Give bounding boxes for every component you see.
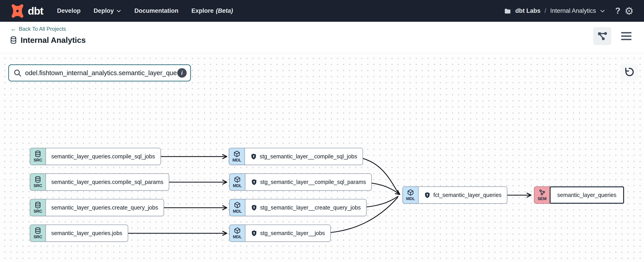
cube-icon <box>234 227 241 234</box>
node-label: stg_semantic_layer__jobs <box>260 230 325 236</box>
beta-tag: (Beta) <box>216 8 233 14</box>
reset-view-button[interactable] <box>620 64 638 80</box>
chevron-down-icon <box>600 8 606 14</box>
node-label: fct_semantic_layer_queries <box>433 192 502 198</box>
cube-icon <box>234 176 241 183</box>
node-label: stg_semantic_layer__create_query_jobs <box>260 204 361 211</box>
node-stg-compile-sql-params[interactable]: MDL stg_semantic_layer__compile_sql_para… <box>229 173 372 191</box>
project-database-icon <box>10 36 17 44</box>
shield-icon <box>250 153 257 160</box>
brand-wordmark: dbt <box>28 5 43 17</box>
breadcrumb-project: Internal Analytics <box>550 8 596 14</box>
search-input[interactable] <box>25 69 177 77</box>
project-header: ← Back To All Projects Internal Analytic… <box>0 22 644 53</box>
src-badge: SRC <box>30 199 46 216</box>
node-label: semantic_layer_queries.compile_sql_jobs <box>51 153 155 160</box>
database-icon <box>34 150 42 157</box>
shield-icon <box>424 192 431 198</box>
src-badge: SRC <box>30 173 46 191</box>
shield-icon <box>251 204 258 211</box>
shield-icon <box>251 179 258 185</box>
dbt-logo[interactable]: dbt <box>10 4 43 18</box>
mdl-badge: MDL <box>229 224 245 242</box>
mdl-badge: MDL <box>229 173 245 191</box>
src-badge: SRC <box>30 224 46 242</box>
nav-develop[interactable]: Develop <box>57 8 81 14</box>
settings-gear-button[interactable]: ⚙ <box>624 6 634 16</box>
back-link-label: Back To All Projects <box>19 26 66 32</box>
folder-icon <box>504 8 511 14</box>
header-actions <box>593 27 634 45</box>
top-navbar: dbt Develop Deploy Documentation Explore… <box>0 0 644 22</box>
breadcrumb-separator: / <box>544 8 547 14</box>
node-label: semantic_layer_queries <box>557 192 616 198</box>
lineage-view-button[interactable] <box>593 27 611 45</box>
reset-icon <box>624 67 634 77</box>
shield-icon <box>251 230 258 237</box>
breadcrumb[interactable]: dbt Labs / Internal Analytics <box>515 8 605 14</box>
nav-deploy[interactable]: Deploy <box>94 8 122 14</box>
back-to-projects-link[interactable]: ← Back To All Projects <box>10 26 66 32</box>
lineage-canvas[interactable]: i SRC semantic_layer_queries.compile_sql… <box>0 53 644 262</box>
lineage-search-box: i <box>8 64 191 81</box>
node-src-compile-sql-params[interactable]: SRC semantic_layer_queries.compile_sql_p… <box>30 173 169 191</box>
database-icon <box>34 227 42 234</box>
node-src-create-query-jobs[interactable]: SRC semantic_layer_queries.create_query_… <box>30 199 164 216</box>
main-nav: Develop Deploy Documentation Explore (Be… <box>57 8 233 14</box>
database-icon <box>34 176 42 183</box>
cube-icon <box>233 150 240 157</box>
node-label: stg_semantic_layer__compile_sql_params <box>260 179 366 185</box>
node-stg-create-query-jobs[interactable]: MDL stg_semantic_layer__create_query_job… <box>229 199 366 216</box>
database-icon <box>34 201 42 209</box>
page-title: Internal Analytics <box>20 36 86 45</box>
mdl-badge: MDL <box>229 148 245 165</box>
node-stg-jobs[interactable]: MDL stg_semantic_layer__jobs <box>229 224 331 242</box>
node-sem-semantic-layer-queries[interactable]: SEM semantic_layer_queries <box>534 186 624 204</box>
menu-button[interactable] <box>619 30 634 42</box>
node-fct-semantic-layer-queries[interactable]: MDL fct_semantic_layer_queries <box>402 186 507 204</box>
breadcrumb-org: dbt Labs <box>515 8 540 14</box>
dbt-logo-icon <box>10 4 25 18</box>
node-label: semantic_layer_queries.create_query_jobs <box>51 204 158 211</box>
dbt-explorer-app: dbt Develop Deploy Documentation Explore… <box>0 0 644 262</box>
node-src-compile-sql-jobs[interactable]: SRC semantic_layer_queries.compile_sql_j… <box>30 148 161 165</box>
mdl-badge: MDL <box>402 186 418 204</box>
node-label: semantic_layer_queries.compile_sql_param… <box>51 179 163 185</box>
mdl-badge: MDL <box>229 199 245 216</box>
menu-icon <box>621 32 632 34</box>
nav-documentation[interactable]: Documentation <box>134 8 178 14</box>
nav-explore[interactable]: Explore (Beta) <box>191 8 233 14</box>
cube-icon <box>234 201 241 209</box>
node-src-jobs[interactable]: SRC semantic_layer_queries.jobs <box>30 224 128 242</box>
chevron-down-icon <box>116 8 122 14</box>
page-title-row: Internal Analytics <box>10 36 86 45</box>
cube-icon <box>407 189 414 196</box>
sem-badge: SEM <box>534 186 550 204</box>
navbar-right: dbt Labs / Internal Analytics ? ⚙ <box>504 6 634 16</box>
back-arrow-icon: ← <box>10 26 16 32</box>
info-icon[interactable]: i <box>177 68 187 78</box>
semantic-model-icon <box>538 189 546 196</box>
node-stg-compile-sql-jobs[interactable]: MDL stg_semantic_layer__compile_sql_jobs <box>229 148 363 165</box>
src-badge: SRC <box>30 148 46 165</box>
search-icon <box>14 69 22 77</box>
node-label: stg_semantic_layer__compile_sql_jobs <box>260 153 357 160</box>
lineage-icon <box>596 30 608 42</box>
node-label: semantic_layer_queries.jobs <box>51 230 122 236</box>
help-button[interactable]: ? <box>615 6 620 16</box>
